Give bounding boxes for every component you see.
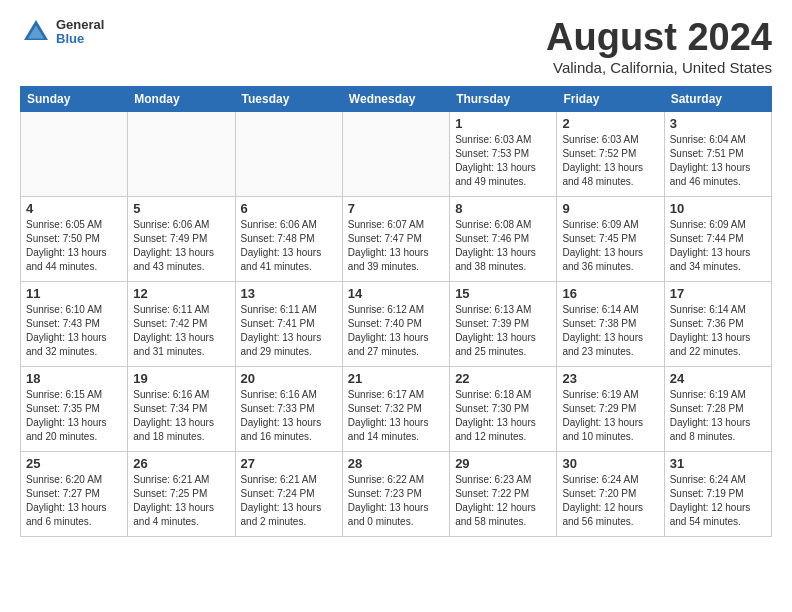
logo-blue-label: Blue (56, 32, 104, 46)
calendar-cell: 18Sunrise: 6:15 AM Sunset: 7:35 PM Dayli… (21, 367, 128, 452)
calendar-cell: 21Sunrise: 6:17 AM Sunset: 7:32 PM Dayli… (342, 367, 449, 452)
calendar-cell: 16Sunrise: 6:14 AM Sunset: 7:38 PM Dayli… (557, 282, 664, 367)
day-info: Sunrise: 6:16 AM Sunset: 7:34 PM Dayligh… (133, 388, 229, 444)
day-number: 27 (241, 456, 337, 471)
day-number: 14 (348, 286, 444, 301)
location-title: Valinda, California, United States (546, 59, 772, 76)
calendar-cell (342, 112, 449, 197)
day-number: 18 (26, 371, 122, 386)
day-number: 13 (241, 286, 337, 301)
day-number: 15 (455, 286, 551, 301)
day-number: 29 (455, 456, 551, 471)
day-number: 9 (562, 201, 658, 216)
calendar-cell: 13Sunrise: 6:11 AM Sunset: 7:41 PM Dayli… (235, 282, 342, 367)
day-info: Sunrise: 6:09 AM Sunset: 7:45 PM Dayligh… (562, 218, 658, 274)
day-number: 25 (26, 456, 122, 471)
calendar-cell: 14Sunrise: 6:12 AM Sunset: 7:40 PM Dayli… (342, 282, 449, 367)
day-info: Sunrise: 6:14 AM Sunset: 7:38 PM Dayligh… (562, 303, 658, 359)
calendar-cell: 1Sunrise: 6:03 AM Sunset: 7:53 PM Daylig… (450, 112, 557, 197)
day-info: Sunrise: 6:24 AM Sunset: 7:20 PM Dayligh… (562, 473, 658, 529)
calendar-cell (21, 112, 128, 197)
day-info: Sunrise: 6:24 AM Sunset: 7:19 PM Dayligh… (670, 473, 766, 529)
calendar-cell: 17Sunrise: 6:14 AM Sunset: 7:36 PM Dayli… (664, 282, 771, 367)
day-info: Sunrise: 6:11 AM Sunset: 7:41 PM Dayligh… (241, 303, 337, 359)
day-info: Sunrise: 6:19 AM Sunset: 7:28 PM Dayligh… (670, 388, 766, 444)
day-info: Sunrise: 6:03 AM Sunset: 7:52 PM Dayligh… (562, 133, 658, 189)
day-number: 20 (241, 371, 337, 386)
calendar-cell: 20Sunrise: 6:16 AM Sunset: 7:33 PM Dayli… (235, 367, 342, 452)
calendar-header-friday: Friday (557, 87, 664, 112)
logo-icon (20, 16, 52, 48)
day-number: 17 (670, 286, 766, 301)
day-info: Sunrise: 6:13 AM Sunset: 7:39 PM Dayligh… (455, 303, 551, 359)
day-info: Sunrise: 6:11 AM Sunset: 7:42 PM Dayligh… (133, 303, 229, 359)
day-info: Sunrise: 6:14 AM Sunset: 7:36 PM Dayligh… (670, 303, 766, 359)
day-number: 30 (562, 456, 658, 471)
calendar-week-3: 11Sunrise: 6:10 AM Sunset: 7:43 PM Dayli… (21, 282, 772, 367)
calendar-week-5: 25Sunrise: 6:20 AM Sunset: 7:27 PM Dayli… (21, 452, 772, 537)
calendar-cell: 26Sunrise: 6:21 AM Sunset: 7:25 PM Dayli… (128, 452, 235, 537)
calendar-week-4: 18Sunrise: 6:15 AM Sunset: 7:35 PM Dayli… (21, 367, 772, 452)
day-info: Sunrise: 6:18 AM Sunset: 7:30 PM Dayligh… (455, 388, 551, 444)
calendar-header-saturday: Saturday (664, 87, 771, 112)
calendar-cell: 4Sunrise: 6:05 AM Sunset: 7:50 PM Daylig… (21, 197, 128, 282)
calendar-cell: 25Sunrise: 6:20 AM Sunset: 7:27 PM Dayli… (21, 452, 128, 537)
day-number: 1 (455, 116, 551, 131)
logo: General Blue (20, 16, 104, 48)
calendar-cell: 8Sunrise: 6:08 AM Sunset: 7:46 PM Daylig… (450, 197, 557, 282)
day-number: 28 (348, 456, 444, 471)
calendar-header-monday: Monday (128, 87, 235, 112)
day-number: 2 (562, 116, 658, 131)
day-info: Sunrise: 6:19 AM Sunset: 7:29 PM Dayligh… (562, 388, 658, 444)
calendar-header-sunday: Sunday (21, 87, 128, 112)
calendar-header-tuesday: Tuesday (235, 87, 342, 112)
day-info: Sunrise: 6:22 AM Sunset: 7:23 PM Dayligh… (348, 473, 444, 529)
day-info: Sunrise: 6:20 AM Sunset: 7:27 PM Dayligh… (26, 473, 122, 529)
day-number: 19 (133, 371, 229, 386)
calendar-table: SundayMondayTuesdayWednesdayThursdayFrid… (20, 86, 772, 537)
calendar-cell: 19Sunrise: 6:16 AM Sunset: 7:34 PM Dayli… (128, 367, 235, 452)
calendar-cell: 30Sunrise: 6:24 AM Sunset: 7:20 PM Dayli… (557, 452, 664, 537)
calendar-cell: 23Sunrise: 6:19 AM Sunset: 7:29 PM Dayli… (557, 367, 664, 452)
day-info: Sunrise: 6:15 AM Sunset: 7:35 PM Dayligh… (26, 388, 122, 444)
calendar-cell: 31Sunrise: 6:24 AM Sunset: 7:19 PM Dayli… (664, 452, 771, 537)
title-section: August 2024 Valinda, California, United … (546, 16, 772, 76)
day-info: Sunrise: 6:23 AM Sunset: 7:22 PM Dayligh… (455, 473, 551, 529)
day-info: Sunrise: 6:05 AM Sunset: 7:50 PM Dayligh… (26, 218, 122, 274)
calendar-cell: 9Sunrise: 6:09 AM Sunset: 7:45 PM Daylig… (557, 197, 664, 282)
calendar-cell: 27Sunrise: 6:21 AM Sunset: 7:24 PM Dayli… (235, 452, 342, 537)
calendar-header-row: SundayMondayTuesdayWednesdayThursdayFrid… (21, 87, 772, 112)
calendar-week-2: 4Sunrise: 6:05 AM Sunset: 7:50 PM Daylig… (21, 197, 772, 282)
day-info: Sunrise: 6:10 AM Sunset: 7:43 PM Dayligh… (26, 303, 122, 359)
calendar-cell (235, 112, 342, 197)
page-header: General Blue August 2024 Valinda, Califo… (20, 16, 772, 76)
calendar-cell: 28Sunrise: 6:22 AM Sunset: 7:23 PM Dayli… (342, 452, 449, 537)
day-number: 7 (348, 201, 444, 216)
calendar-cell: 12Sunrise: 6:11 AM Sunset: 7:42 PM Dayli… (128, 282, 235, 367)
logo-text: General Blue (56, 18, 104, 47)
day-info: Sunrise: 6:03 AM Sunset: 7:53 PM Dayligh… (455, 133, 551, 189)
day-number: 8 (455, 201, 551, 216)
logo-general-label: General (56, 18, 104, 32)
day-info: Sunrise: 6:21 AM Sunset: 7:25 PM Dayligh… (133, 473, 229, 529)
day-number: 3 (670, 116, 766, 131)
calendar-header-wednesday: Wednesday (342, 87, 449, 112)
day-info: Sunrise: 6:17 AM Sunset: 7:32 PM Dayligh… (348, 388, 444, 444)
day-number: 5 (133, 201, 229, 216)
day-number: 4 (26, 201, 122, 216)
day-number: 26 (133, 456, 229, 471)
calendar-cell: 6Sunrise: 6:06 AM Sunset: 7:48 PM Daylig… (235, 197, 342, 282)
day-number: 21 (348, 371, 444, 386)
day-number: 23 (562, 371, 658, 386)
day-number: 22 (455, 371, 551, 386)
calendar-cell: 10Sunrise: 6:09 AM Sunset: 7:44 PM Dayli… (664, 197, 771, 282)
day-info: Sunrise: 6:07 AM Sunset: 7:47 PM Dayligh… (348, 218, 444, 274)
calendar-cell: 15Sunrise: 6:13 AM Sunset: 7:39 PM Dayli… (450, 282, 557, 367)
calendar-cell: 24Sunrise: 6:19 AM Sunset: 7:28 PM Dayli… (664, 367, 771, 452)
calendar-cell: 11Sunrise: 6:10 AM Sunset: 7:43 PM Dayli… (21, 282, 128, 367)
day-number: 10 (670, 201, 766, 216)
day-info: Sunrise: 6:12 AM Sunset: 7:40 PM Dayligh… (348, 303, 444, 359)
day-number: 16 (562, 286, 658, 301)
day-info: Sunrise: 6:21 AM Sunset: 7:24 PM Dayligh… (241, 473, 337, 529)
day-info: Sunrise: 6:04 AM Sunset: 7:51 PM Dayligh… (670, 133, 766, 189)
